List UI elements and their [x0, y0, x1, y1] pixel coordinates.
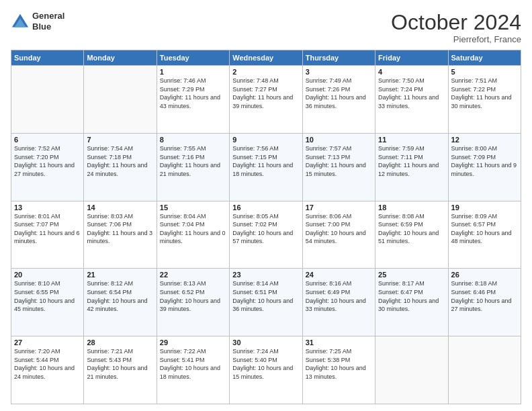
weekday-header: Wednesday — [230, 50, 302, 66]
page: General Blue October 2024 Pierrefort, Fr… — [0, 0, 532, 411]
day-info: Sunrise: 8:17 AM Sunset: 6:47 PM Dayligh… — [378, 279, 445, 313]
calendar-cell: 21Sunrise: 8:12 AM Sunset: 6:54 PM Dayli… — [84, 269, 157, 336]
calendar-cell: 14Sunrise: 8:03 AM Sunset: 7:06 PM Dayli… — [84, 201, 157, 269]
day-info: Sunrise: 7:49 AM Sunset: 7:26 PM Dayligh… — [306, 77, 372, 110]
day-info: Sunrise: 7:56 AM Sunset: 7:15 PM Dayligh… — [232, 144, 299, 178]
day-number: 6 — [14, 136, 81, 144]
day-info: Sunrise: 7:25 AM Sunset: 5:38 PM Dayligh… — [306, 347, 372, 381]
calendar-cell: 8Sunrise: 7:55 AM Sunset: 7:16 PM Daylig… — [157, 133, 229, 201]
day-number: 17 — [306, 203, 372, 212]
weekday-header: Friday — [375, 50, 448, 66]
weekday-header: Saturday — [448, 50, 521, 66]
weekday-header: Tuesday — [157, 50, 229, 66]
logo-icon — [11, 12, 30, 31]
day-info: Sunrise: 7:20 AM Sunset: 5:44 PM Dayligh… — [14, 347, 81, 381]
day-number: 18 — [378, 203, 445, 212]
calendar-cell: 18Sunrise: 8:08 AM Sunset: 6:59 PM Dayli… — [375, 201, 448, 269]
day-number: 26 — [451, 271, 518, 279]
day-number: 19 — [451, 203, 518, 212]
calendar-cell: 25Sunrise: 8:17 AM Sunset: 6:47 PM Dayli… — [375, 269, 448, 336]
calendar-cell: 28Sunrise: 7:21 AM Sunset: 5:43 PM Dayli… — [84, 336, 157, 404]
calendar-cell — [448, 336, 521, 404]
day-number: 27 — [14, 338, 81, 347]
day-info: Sunrise: 8:01 AM Sunset: 7:07 PM Dayligh… — [14, 212, 81, 246]
calendar-cell: 16Sunrise: 8:05 AM Sunset: 7:02 PM Dayli… — [230, 201, 302, 269]
location: Pierrefort, France — [391, 34, 521, 44]
calendar-cell: 12Sunrise: 8:00 AM Sunset: 7:09 PM Dayli… — [448, 133, 521, 201]
calendar-cell — [11, 66, 84, 134]
day-info: Sunrise: 8:10 AM Sunset: 6:55 PM Dayligh… — [14, 279, 81, 313]
calendar-cell: 6Sunrise: 7:52 AM Sunset: 7:20 PM Daylig… — [11, 133, 84, 201]
day-number: 5 — [451, 68, 518, 76]
day-info: Sunrise: 7:46 AM Sunset: 7:29 PM Dayligh… — [160, 77, 226, 110]
day-number: 23 — [232, 271, 299, 279]
day-number: 8 — [160, 136, 226, 144]
day-number: 31 — [306, 338, 372, 347]
weekday-header: Sunday — [11, 50, 84, 66]
day-info: Sunrise: 8:09 AM Sunset: 6:57 PM Dayligh… — [451, 212, 518, 246]
calendar-cell: 10Sunrise: 7:57 AM Sunset: 7:13 PM Dayli… — [302, 133, 375, 201]
day-info: Sunrise: 7:57 AM Sunset: 7:13 PM Dayligh… — [306, 144, 372, 178]
logo-line2: Blue — [32, 21, 64, 32]
calendar-cell: 31Sunrise: 7:25 AM Sunset: 5:38 PM Dayli… — [302, 336, 375, 404]
calendar-cell: 23Sunrise: 8:14 AM Sunset: 6:51 PM Dayli… — [230, 269, 302, 336]
calendar-cell: 5Sunrise: 7:51 AM Sunset: 7:22 PM Daylig… — [448, 66, 521, 134]
day-info: Sunrise: 8:03 AM Sunset: 7:06 PM Dayligh… — [87, 212, 153, 246]
day-number: 30 — [232, 338, 299, 347]
day-number: 14 — [87, 203, 153, 212]
calendar-week-row: 1Sunrise: 7:46 AM Sunset: 7:29 PM Daylig… — [11, 66, 521, 134]
day-info: Sunrise: 8:00 AM Sunset: 7:09 PM Dayligh… — [451, 144, 518, 178]
calendar-cell: 17Sunrise: 8:06 AM Sunset: 7:00 PM Dayli… — [302, 201, 375, 269]
day-info: Sunrise: 8:04 AM Sunset: 7:04 PM Dayligh… — [160, 212, 226, 246]
day-info: Sunrise: 8:14 AM Sunset: 6:51 PM Dayligh… — [232, 279, 299, 313]
calendar-cell: 30Sunrise: 7:24 AM Sunset: 5:40 PM Dayli… — [230, 336, 302, 404]
calendar-week-row: 13Sunrise: 8:01 AM Sunset: 7:07 PM Dayli… — [11, 201, 521, 269]
day-info: Sunrise: 8:05 AM Sunset: 7:02 PM Dayligh… — [232, 212, 299, 246]
day-info: Sunrise: 8:12 AM Sunset: 6:54 PM Dayligh… — [87, 279, 153, 313]
calendar-cell: 4Sunrise: 7:50 AM Sunset: 7:24 PM Daylig… — [375, 66, 448, 134]
day-info: Sunrise: 7:52 AM Sunset: 7:20 PM Dayligh… — [14, 144, 81, 178]
day-info: Sunrise: 8:18 AM Sunset: 6:46 PM Dayligh… — [451, 279, 518, 313]
day-number: 12 — [451, 136, 518, 144]
month-title: October 2024 — [391, 11, 521, 34]
day-info: Sunrise: 7:55 AM Sunset: 7:16 PM Dayligh… — [160, 144, 226, 178]
calendar-cell: 11Sunrise: 7:59 AM Sunset: 7:11 PM Dayli… — [375, 133, 448, 201]
day-number: 25 — [378, 271, 445, 279]
day-number: 20 — [14, 271, 81, 279]
day-info: Sunrise: 7:48 AM Sunset: 7:27 PM Dayligh… — [232, 77, 299, 110]
day-number: 4 — [378, 68, 445, 76]
calendar-cell: 3Sunrise: 7:49 AM Sunset: 7:26 PM Daylig… — [302, 66, 375, 134]
title-block: October 2024 Pierrefort, France — [391, 11, 521, 44]
day-info: Sunrise: 7:50 AM Sunset: 7:24 PM Dayligh… — [378, 77, 445, 110]
calendar-cell: 7Sunrise: 7:54 AM Sunset: 7:18 PM Daylig… — [84, 133, 157, 201]
day-number: 29 — [160, 338, 226, 347]
day-info: Sunrise: 7:24 AM Sunset: 5:40 PM Dayligh… — [232, 347, 299, 381]
weekday-header: Monday — [84, 50, 157, 66]
day-number: 22 — [160, 271, 226, 279]
day-info: Sunrise: 8:16 AM Sunset: 6:49 PM Dayligh… — [306, 279, 372, 313]
calendar-cell: 1Sunrise: 7:46 AM Sunset: 7:29 PM Daylig… — [157, 66, 229, 134]
day-info: Sunrise: 7:51 AM Sunset: 7:22 PM Dayligh… — [451, 77, 518, 110]
calendar-cell: 22Sunrise: 8:13 AM Sunset: 6:52 PM Dayli… — [157, 269, 229, 336]
day-info: Sunrise: 8:08 AM Sunset: 6:59 PM Dayligh… — [378, 212, 445, 246]
day-number: 2 — [232, 68, 299, 76]
calendar-cell: 15Sunrise: 8:04 AM Sunset: 7:04 PM Dayli… — [157, 201, 229, 269]
day-number: 3 — [306, 68, 372, 76]
calendar-cell: 29Sunrise: 7:22 AM Sunset: 5:41 PM Dayli… — [157, 336, 229, 404]
calendar-cell: 2Sunrise: 7:48 AM Sunset: 7:27 PM Daylig… — [230, 66, 302, 134]
day-info: Sunrise: 8:06 AM Sunset: 7:00 PM Dayligh… — [306, 212, 372, 246]
day-info: Sunrise: 7:21 AM Sunset: 5:43 PM Dayligh… — [87, 347, 153, 381]
calendar-week-row: 27Sunrise: 7:20 AM Sunset: 5:44 PM Dayli… — [11, 336, 521, 404]
calendar-table: SundayMondayTuesdayWednesdayThursdayFrid… — [11, 50, 521, 404]
calendar-week-row: 6Sunrise: 7:52 AM Sunset: 7:20 PM Daylig… — [11, 133, 521, 201]
day-number: 16 — [232, 203, 299, 212]
day-number: 24 — [306, 271, 372, 279]
logo-line1: General — [32, 11, 64, 21]
calendar-week-row: 20Sunrise: 8:10 AM Sunset: 6:55 PM Dayli… — [11, 269, 521, 336]
day-number: 15 — [160, 203, 226, 212]
day-number: 21 — [87, 271, 153, 279]
day-info: Sunrise: 7:54 AM Sunset: 7:18 PM Dayligh… — [87, 144, 153, 178]
calendar-cell: 9Sunrise: 7:56 AM Sunset: 7:15 PM Daylig… — [230, 133, 302, 201]
calendar-cell: 27Sunrise: 7:20 AM Sunset: 5:44 PM Dayli… — [11, 336, 84, 404]
day-number: 10 — [306, 136, 372, 144]
